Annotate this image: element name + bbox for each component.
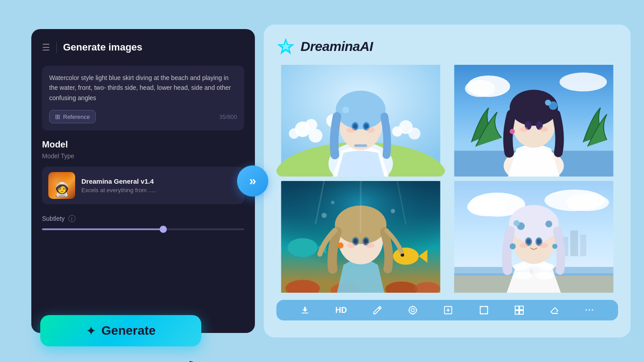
right-panel: DreaminaAI (264, 25, 631, 337)
prompt-footer: ⊞ Reference 35/800 (49, 110, 237, 123)
svg-point-42 (539, 126, 548, 132)
svg-point-39 (545, 100, 551, 105)
header-divider (56, 42, 57, 53)
svg-point-95 (526, 239, 531, 244)
erase-button[interactable] (550, 305, 559, 315)
generate-button[interactable]: ✦ Generate (40, 315, 201, 346)
image-cell-4[interactable] (449, 181, 618, 293)
model-section: Model Model Type Dreamina General v1.4 E… (42, 139, 244, 204)
svg-point-26 (366, 127, 375, 133)
forward-icon: » (249, 174, 256, 188)
portrait-3 (276, 181, 445, 293)
portrait-1 (276, 65, 445, 177)
subtlety-slider[interactable] (42, 228, 244, 230)
svg-rect-114 (515, 311, 519, 314)
svg-point-92 (545, 220, 552, 227)
svg-point-97 (520, 243, 528, 248)
app-logo (276, 37, 295, 56)
svg-point-86 (535, 272, 554, 279)
model-card[interactable]: Dreamina General v1.4 Excels at everythi… (42, 167, 244, 204)
svg-point-100 (552, 244, 558, 249)
svg-point-85 (513, 272, 532, 279)
svg-point-7 (289, 128, 299, 139)
generate-label: Generate (102, 324, 156, 338)
prompt-box: Watercolor style light blue skirt diving… (42, 66, 244, 130)
svg-rect-113 (520, 306, 523, 310)
image-cell-3[interactable] (276, 181, 445, 293)
slider-fill (42, 228, 163, 230)
svg-point-20 (353, 124, 357, 129)
more-button[interactable]: ··· (585, 306, 594, 315)
svg-point-30 (559, 72, 607, 91)
panel-title: Generate images (63, 42, 142, 53)
svg-point-11 (392, 126, 402, 137)
add-image-button[interactable] (443, 305, 453, 315)
svg-point-50 (331, 201, 335, 204)
svg-rect-24 (354, 144, 367, 147)
model-name: Dreamina General v1.4 (81, 177, 157, 185)
svg-point-29 (465, 80, 495, 97)
model-subtitle: Model Type (42, 152, 244, 160)
slider-thumb[interactable] (160, 226, 167, 233)
portrait-2 (449, 65, 618, 177)
svg-point-63 (364, 239, 368, 244)
svg-rect-76 (570, 231, 578, 257)
magic-brush-button[interactable] (408, 305, 418, 315)
model-title: Model (42, 139, 244, 150)
app-header: DreaminaAI (276, 37, 618, 56)
svg-point-55 (288, 238, 318, 257)
resize-button[interactable] (514, 305, 524, 315)
info-icon[interactable]: i (68, 215, 76, 222)
expand-button[interactable] (479, 305, 489, 315)
model-description: Excels at everything from ..... (81, 187, 157, 194)
svg-point-66 (366, 243, 374, 248)
svg-point-98 (539, 243, 548, 248)
svg-point-96 (537, 239, 541, 244)
svg-point-21 (364, 124, 369, 129)
svg-point-52 (393, 248, 419, 265)
svg-rect-77 (580, 235, 586, 256)
svg-point-40 (510, 129, 515, 134)
download-button[interactable] (300, 305, 310, 315)
forward-button[interactable]: » (237, 165, 268, 197)
svg-point-23 (373, 105, 378, 110)
magic-icon (408, 305, 418, 315)
brush-icon (373, 305, 382, 315)
svg-point-72 (467, 198, 506, 216)
svg-point-91 (513, 220, 519, 226)
subtlety-section: Subtlety i (42, 215, 244, 230)
app-title: DreaminaAI (301, 39, 373, 54)
subtlety-label: Subtlety (42, 215, 65, 222)
menu-icon[interactable]: ☰ (42, 42, 50, 53)
image-cell-1[interactable] (276, 65, 445, 177)
subtlety-row: Subtlety i (42, 215, 244, 222)
expand-icon (479, 305, 489, 315)
resize-icon (514, 305, 524, 315)
svg-point-10 (408, 127, 420, 139)
image-toolbar: HD (276, 300, 618, 320)
svg-point-84 (539, 264, 555, 270)
svg-point-83 (513, 264, 529, 270)
svg-rect-112 (515, 306, 519, 310)
download-icon (300, 305, 310, 315)
svg-point-101 (409, 307, 417, 314)
image-grid (276, 65, 618, 293)
left-panel: ☰ Generate images Watercolor style light… (31, 29, 255, 333)
reference-button[interactable]: ⊞ Reference (49, 110, 96, 123)
hd-button[interactable]: HD (335, 306, 347, 315)
prompt-text[interactable]: Watercolor style light blue skirt diving… (49, 73, 237, 103)
brush-button[interactable] (373, 305, 382, 315)
svg-point-49 (322, 213, 327, 218)
svg-point-65 (347, 243, 356, 248)
svg-point-64 (338, 243, 343, 248)
svg-rect-111 (480, 307, 487, 314)
erase-icon (550, 305, 559, 315)
generate-star-icon: ✦ (86, 324, 96, 338)
reference-icon: ⊞ (55, 113, 60, 120)
portrait-4 (449, 181, 618, 293)
image-cell-2[interactable] (449, 65, 618, 177)
char-count: 35/800 (219, 114, 237, 120)
model-info: Dreamina General v1.4 Excels at everythi… (81, 177, 157, 194)
panel-header: ☰ Generate images (42, 42, 244, 53)
svg-point-99 (510, 243, 516, 249)
